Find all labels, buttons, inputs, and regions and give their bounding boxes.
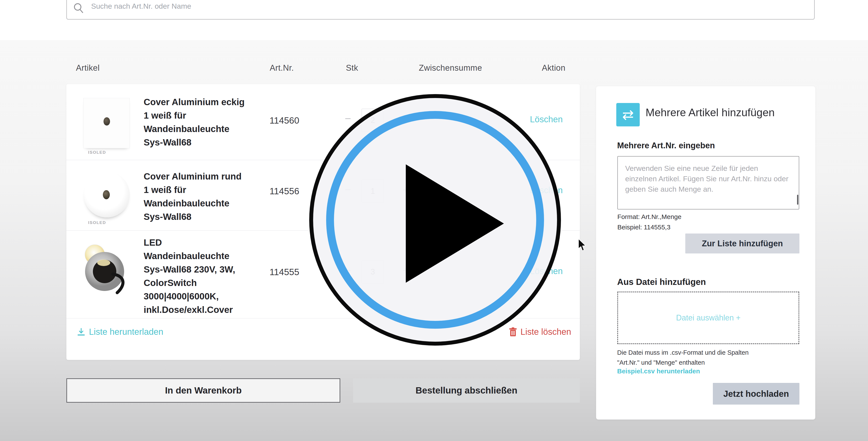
column-header-aktion: Aktion xyxy=(542,63,565,73)
artnr-value: 114555 xyxy=(270,267,299,277)
file-add-heading: Aus Datei hinzufügen xyxy=(617,277,706,287)
upload-now-button[interactable]: Jetzt hochladen xyxy=(713,383,799,405)
product-title: Cover Aluminium rund 1 weiß für Wandeinb… xyxy=(144,170,274,224)
product-title: Cover Aluminium eckig 1 weiß für Wandein… xyxy=(144,95,274,149)
download-icon xyxy=(77,328,86,336)
mouse-cursor xyxy=(578,238,588,252)
product-image xyxy=(83,98,130,148)
brand-label: ISOLED xyxy=(88,150,106,155)
download-list-link[interactable]: Liste herunterladen xyxy=(77,327,163,337)
download-list-label: Liste herunterladen xyxy=(89,327,163,337)
delete-list-link[interactable]: Liste löschen xyxy=(509,327,571,337)
column-header-artnr: Art.Nr. xyxy=(270,63,294,73)
column-header-artikel: Artikel xyxy=(76,63,100,73)
bulk-add-panel: ⇄ Mehrere Artikel hinzufügen Mehrere Art… xyxy=(596,86,815,419)
play-icon xyxy=(406,164,504,283)
artnr-textarea[interactable] xyxy=(617,156,799,209)
video-play-overlay[interactable] xyxy=(309,94,561,346)
page: Artikel Art.Nr. Stk Zwischensumme Aktion… xyxy=(0,0,868,441)
textarea-scrollbar[interactable] xyxy=(797,195,798,205)
product-image xyxy=(84,171,130,217)
search-input[interactable] xyxy=(66,0,815,20)
checkout-button[interactable]: Bestellung abschließen xyxy=(353,378,580,403)
choose-file-label: Datei auswählen + xyxy=(676,313,740,323)
delete-list-label: Liste löschen xyxy=(521,327,571,337)
csv-example-link[interactable]: Beispiel.csv herunterladen xyxy=(617,368,700,375)
artnr-value: 114556 xyxy=(270,186,299,197)
column-header-stk: Stk xyxy=(346,63,358,73)
product-title: LED Wandeinbauleuchte Sys-Wall68 230V, 3… xyxy=(144,236,274,316)
csv-format-note: Die Datei muss im .csv-Format und die Sp… xyxy=(617,347,749,368)
add-to-list-button[interactable]: Zur Liste hinzufügen xyxy=(685,234,799,253)
brand-label: ISOLED xyxy=(88,220,106,225)
file-dropzone[interactable]: Datei auswählen + xyxy=(617,292,799,344)
product-image xyxy=(79,241,135,295)
add-to-cart-button[interactable]: In den Warenkorb xyxy=(66,378,340,403)
trash-icon xyxy=(509,327,517,337)
panel-title: Mehrere Artikel hinzufügen xyxy=(646,106,775,119)
multi-artnr-label: Mehrere Art.Nr. eingeben xyxy=(617,141,715,150)
artnr-value: 114560 xyxy=(270,115,299,126)
search-icon xyxy=(72,2,85,14)
format-hint: Format: Art.Nr.,Menge xyxy=(617,213,681,220)
example-hint: Beispiel: 114555,3 xyxy=(617,224,671,231)
qty-decrease-button[interactable]: − xyxy=(340,112,355,125)
delete-item-link[interactable]: Löschen xyxy=(530,114,563,124)
column-header-zwischensumme: Zwischensumme xyxy=(419,63,482,73)
transfer-arrows-icon: ⇄ xyxy=(616,103,640,126)
